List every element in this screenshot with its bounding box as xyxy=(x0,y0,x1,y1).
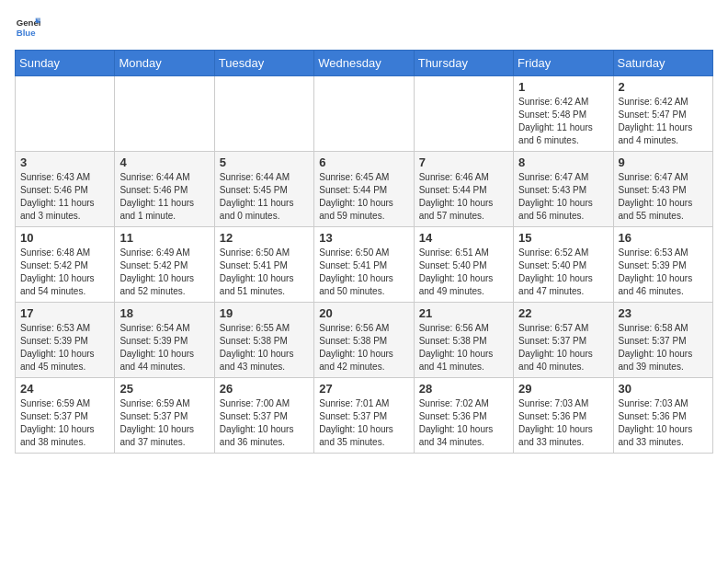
table-row: 12Sunrise: 6:50 AM Sunset: 5:41 PM Dayli… xyxy=(214,227,313,303)
day-number: 23 xyxy=(619,306,708,320)
table-row: 1Sunrise: 6:42 AM Sunset: 5:48 PM Daylig… xyxy=(514,76,613,152)
day-info: Sunrise: 6:49 AM Sunset: 5:42 PM Dayligh… xyxy=(119,247,209,298)
day-info: Sunrise: 6:42 AM Sunset: 5:48 PM Dayligh… xyxy=(518,96,608,147)
day-info: Sunrise: 6:55 AM Sunset: 5:38 PM Dayligh… xyxy=(220,322,309,373)
day-number: 25 xyxy=(119,382,209,396)
calendar-week-row: 17Sunrise: 6:53 AM Sunset: 5:39 PM Dayli… xyxy=(16,303,713,378)
day-number: 21 xyxy=(419,306,508,320)
day-info: Sunrise: 6:56 AM Sunset: 5:38 PM Dayligh… xyxy=(419,322,508,373)
table-row: 3Sunrise: 6:43 AM Sunset: 5:46 PM Daylig… xyxy=(16,152,115,227)
day-number: 18 xyxy=(119,306,209,320)
day-number: 30 xyxy=(619,382,708,396)
day-number: 11 xyxy=(119,231,209,245)
day-number: 27 xyxy=(319,382,408,396)
table-row: 20Sunrise: 6:56 AM Sunset: 5:38 PM Dayli… xyxy=(314,303,414,378)
day-info: Sunrise: 6:45 AM Sunset: 5:44 PM Dayligh… xyxy=(319,171,408,223)
table-row: 5Sunrise: 6:44 AM Sunset: 5:45 PM Daylig… xyxy=(214,152,313,227)
table-row: 10Sunrise: 6:48 AM Sunset: 5:42 PM Dayli… xyxy=(16,227,115,303)
day-info: Sunrise: 6:48 AM Sunset: 5:42 PM Dayligh… xyxy=(20,247,109,298)
day-info: Sunrise: 6:56 AM Sunset: 5:38 PM Dayligh… xyxy=(319,322,408,373)
table-row: 19Sunrise: 6:55 AM Sunset: 5:38 PM Dayli… xyxy=(214,303,313,378)
day-number: 14 xyxy=(419,231,508,245)
weekday-saturday: Saturday xyxy=(613,51,712,76)
table-row: 21Sunrise: 6:56 AM Sunset: 5:38 PM Dayli… xyxy=(414,303,513,378)
day-info: Sunrise: 7:00 AM Sunset: 5:37 PM Dayligh… xyxy=(220,397,309,449)
day-number: 12 xyxy=(220,231,309,245)
day-info: Sunrise: 6:54 AM Sunset: 5:39 PM Dayligh… xyxy=(119,322,209,373)
logo-icon: General Blue xyxy=(15,15,40,40)
day-info: Sunrise: 6:51 AM Sunset: 5:40 PM Dayligh… xyxy=(419,247,508,298)
table-row: 30Sunrise: 7:03 AM Sunset: 5:36 PM Dayli… xyxy=(613,378,712,454)
day-number: 3 xyxy=(20,155,109,169)
day-number: 24 xyxy=(20,382,109,396)
day-info: Sunrise: 7:01 AM Sunset: 5:37 PM Dayligh… xyxy=(319,397,408,449)
table-row xyxy=(414,76,513,152)
day-number: 22 xyxy=(518,306,608,320)
table-row: 25Sunrise: 6:59 AM Sunset: 5:37 PM Dayli… xyxy=(115,378,214,454)
table-row: 16Sunrise: 6:53 AM Sunset: 5:39 PM Dayli… xyxy=(613,227,712,303)
table-row xyxy=(115,76,214,152)
day-info: Sunrise: 6:59 AM Sunset: 5:37 PM Dayligh… xyxy=(119,397,209,449)
day-number: 26 xyxy=(220,382,309,396)
table-row: 6Sunrise: 6:45 AM Sunset: 5:44 PM Daylig… xyxy=(314,152,414,227)
table-row xyxy=(214,76,313,152)
table-row: 28Sunrise: 7:02 AM Sunset: 5:36 PM Dayli… xyxy=(414,378,513,454)
day-number: 29 xyxy=(518,382,608,396)
day-info: Sunrise: 7:03 AM Sunset: 5:36 PM Dayligh… xyxy=(619,397,708,449)
calendar-week-row: 24Sunrise: 6:59 AM Sunset: 5:37 PM Dayli… xyxy=(16,378,713,454)
day-info: Sunrise: 6:53 AM Sunset: 5:39 PM Dayligh… xyxy=(619,247,708,298)
day-number: 7 xyxy=(419,155,508,169)
day-number: 13 xyxy=(319,231,408,245)
day-number: 20 xyxy=(319,306,408,320)
weekday-thursday: Thursday xyxy=(414,51,513,76)
table-row: 4Sunrise: 6:44 AM Sunset: 5:46 PM Daylig… xyxy=(115,152,214,227)
day-info: Sunrise: 7:02 AM Sunset: 5:36 PM Dayligh… xyxy=(419,397,508,449)
day-number: 2 xyxy=(619,80,708,94)
day-number: 19 xyxy=(220,306,309,320)
day-number: 15 xyxy=(518,231,608,245)
table-row: 24Sunrise: 6:59 AM Sunset: 5:37 PM Dayli… xyxy=(16,378,115,454)
weekday-tuesday: Tuesday xyxy=(214,51,313,76)
table-row: 11Sunrise: 6:49 AM Sunset: 5:42 PM Dayli… xyxy=(115,227,214,303)
table-row xyxy=(314,76,414,152)
day-info: Sunrise: 6:57 AM Sunset: 5:37 PM Dayligh… xyxy=(518,322,608,373)
logo: General Blue xyxy=(15,15,44,40)
calendar-table: SundayMondayTuesdayWednesdayThursdayFrid… xyxy=(15,50,713,454)
table-row: 9Sunrise: 6:47 AM Sunset: 5:43 PM Daylig… xyxy=(613,152,712,227)
day-number: 8 xyxy=(518,155,608,169)
day-number: 28 xyxy=(419,382,508,396)
day-info: Sunrise: 6:47 AM Sunset: 5:43 PM Dayligh… xyxy=(518,171,608,223)
day-number: 1 xyxy=(518,80,608,94)
table-row: 8Sunrise: 6:47 AM Sunset: 5:43 PM Daylig… xyxy=(514,152,613,227)
day-info: Sunrise: 6:53 AM Sunset: 5:39 PM Dayligh… xyxy=(20,322,109,373)
day-info: Sunrise: 6:44 AM Sunset: 5:45 PM Dayligh… xyxy=(220,171,309,223)
day-info: Sunrise: 6:46 AM Sunset: 5:44 PM Dayligh… xyxy=(419,171,508,223)
day-info: Sunrise: 7:03 AM Sunset: 5:36 PM Dayligh… xyxy=(518,397,608,449)
table-row: 2Sunrise: 6:42 AM Sunset: 5:47 PM Daylig… xyxy=(613,76,712,152)
weekday-header-row: SundayMondayTuesdayWednesdayThursdayFrid… xyxy=(16,51,713,76)
day-info: Sunrise: 6:44 AM Sunset: 5:46 PM Dayligh… xyxy=(119,171,209,223)
table-row: 23Sunrise: 6:58 AM Sunset: 5:37 PM Dayli… xyxy=(613,303,712,378)
table-row: 17Sunrise: 6:53 AM Sunset: 5:39 PM Dayli… xyxy=(16,303,115,378)
table-row: 7Sunrise: 6:46 AM Sunset: 5:44 PM Daylig… xyxy=(414,152,513,227)
day-number: 17 xyxy=(20,306,109,320)
day-number: 10 xyxy=(20,231,109,245)
weekday-monday: Monday xyxy=(115,51,214,76)
day-info: Sunrise: 6:47 AM Sunset: 5:43 PM Dayligh… xyxy=(619,171,708,223)
page-header: General Blue xyxy=(15,15,713,40)
table-row xyxy=(16,76,115,152)
table-row: 22Sunrise: 6:57 AM Sunset: 5:37 PM Dayli… xyxy=(514,303,613,378)
day-info: Sunrise: 6:43 AM Sunset: 5:46 PM Dayligh… xyxy=(20,171,109,223)
day-number: 9 xyxy=(619,155,708,169)
table-row: 14Sunrise: 6:51 AM Sunset: 5:40 PM Dayli… xyxy=(414,227,513,303)
table-row: 15Sunrise: 6:52 AM Sunset: 5:40 PM Dayli… xyxy=(514,227,613,303)
table-row: 13Sunrise: 6:50 AM Sunset: 5:41 PM Dayli… xyxy=(314,227,414,303)
table-row: 18Sunrise: 6:54 AM Sunset: 5:39 PM Dayli… xyxy=(115,303,214,378)
calendar-week-row: 1Sunrise: 6:42 AM Sunset: 5:48 PM Daylig… xyxy=(16,76,713,152)
day-info: Sunrise: 6:50 AM Sunset: 5:41 PM Dayligh… xyxy=(220,247,309,298)
day-number: 6 xyxy=(319,155,408,169)
day-info: Sunrise: 6:50 AM Sunset: 5:41 PM Dayligh… xyxy=(319,247,408,298)
day-info: Sunrise: 6:58 AM Sunset: 5:37 PM Dayligh… xyxy=(619,322,708,373)
day-number: 5 xyxy=(220,155,309,169)
day-info: Sunrise: 6:42 AM Sunset: 5:47 PM Dayligh… xyxy=(619,96,708,147)
